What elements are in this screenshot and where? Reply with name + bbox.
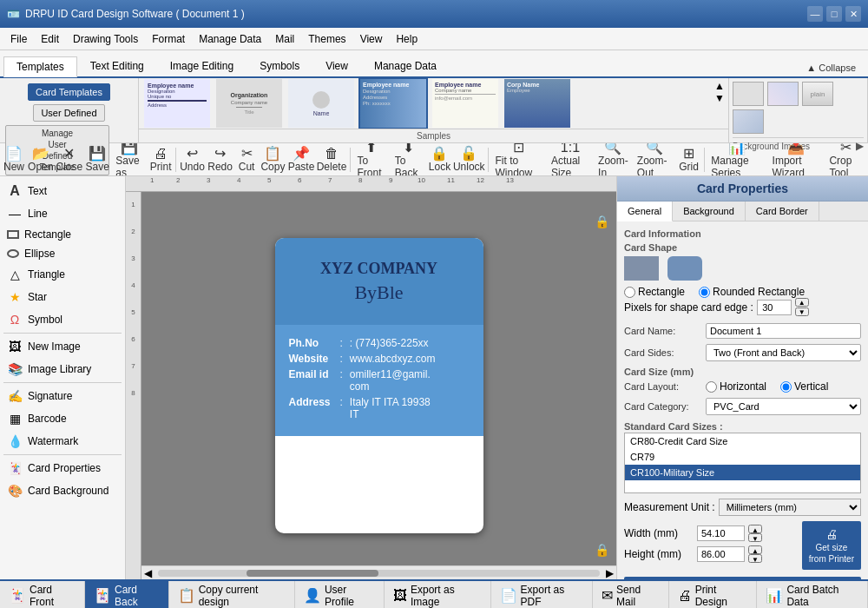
card-category-select[interactable]: PVC_Card Paper — [706, 398, 861, 415]
sample-item-6[interactable]: Corp Name Employee — [503, 78, 572, 129]
bottom-btn-export-pdf[interactable]: 📄 Export as PDF — [491, 581, 594, 608]
card-canvas[interactable]: XYZ COMPANY ByBle Ph.No : : (774)365-225… — [275, 238, 483, 533]
ribbon-tab-symbols[interactable]: Symbols — [247, 56, 312, 76]
toolbar-manage-series[interactable]: 📊Manage Series — [707, 143, 766, 176]
panel-tab-background[interactable]: Background — [673, 202, 746, 221]
toolbar-fit-window[interactable]: ⊡Fit to Window — [490, 143, 545, 176]
bottom-btn-user-profile[interactable]: 👤 User Profile — [295, 581, 385, 608]
toolbar-copy[interactable]: 📋Copy — [260, 144, 286, 175]
toolbar-crop-tool[interactable]: ✂Crop Tool — [825, 143, 866, 176]
layout-vertical[interactable]: Vertical — [780, 380, 828, 393]
measurement-select[interactable]: Millimeters (mm) Inches — [719, 499, 861, 516]
panel-item-line[interactable]: — Line — [0, 202, 125, 225]
panel-item-text[interactable]: A Text — [0, 180, 125, 202]
minimize-button[interactable]: — — [807, 6, 823, 22]
layout-horizontal[interactable]: Horizontal — [706, 380, 766, 393]
menu-mail[interactable]: Mail — [268, 31, 301, 47]
pixels-down[interactable]: ▼ — [795, 307, 809, 316]
ribbon-tab-view[interactable]: View — [312, 56, 361, 76]
toolbar-save-as[interactable]: 💾Save as — [111, 143, 148, 176]
toolbar-close[interactable]: ✕Close — [56, 144, 84, 175]
toolbar-to-back[interactable]: ⬇To Back — [391, 143, 426, 176]
bg-img-3[interactable]: plain — [802, 82, 833, 106]
toolbar-actual-size[interactable]: 1:1Actual Size — [547, 143, 594, 176]
menu-edit[interactable]: Edit — [34, 31, 66, 47]
panel-item-rectangle[interactable]: Rectangle — [0, 225, 125, 244]
bottom-btn-card-back[interactable]: 🃏 Card Back — [85, 581, 169, 608]
toolbar-delete[interactable]: 🗑Delete — [316, 144, 346, 175]
panel-tab-card-border[interactable]: Card Border — [746, 202, 819, 221]
menu-themes[interactable]: Themes — [301, 31, 352, 47]
panel-item-ellipse[interactable]: Ellipse — [0, 244, 125, 263]
pixels-up[interactable]: ▲ — [795, 298, 809, 307]
toolbar-paste[interactable]: 📌Paste — [287, 144, 316, 175]
toolbar-unlock[interactable]: 🔓Unlock — [453, 144, 485, 175]
canvas-content[interactable]: XYZ COMPANY ByBle Ph.No : : (774)365-225… — [141, 192, 616, 579]
menu-file[interactable]: File — [3, 31, 34, 47]
close-button[interactable]: ✕ — [845, 6, 861, 22]
menu-help[interactable]: Help — [389, 31, 424, 47]
cat-btn-user-defined[interactable]: User Defined — [33, 104, 104, 122]
panel-item-star[interactable]: ★ Star — [0, 286, 125, 308]
ribbon-tab-templates[interactable]: Templates — [3, 56, 77, 77]
toolbar-grid[interactable]: ⊞Grid — [677, 144, 701, 175]
bottom-btn-send-mail[interactable]: ✉ Send Mail — [593, 581, 669, 608]
std-size-cr100[interactable]: CR100-Military Size — [625, 465, 860, 480]
samples-scroll-down[interactable]: ▼ — [714, 92, 725, 104]
h-scrollbar[interactable]: ◀ ▶ — [141, 565, 616, 579]
sample-item-1[interactable]: Employee name Designation Unique no Addr… — [142, 78, 212, 129]
panel-tab-general[interactable]: General — [617, 202, 673, 221]
toolbar-print[interactable]: 🖨Print — [148, 144, 173, 175]
ribbon-tab-manage-data[interactable]: Manage Data — [361, 56, 450, 76]
width-down[interactable]: ▼ — [748, 533, 762, 542]
bg-img-1[interactable] — [733, 82, 764, 106]
toolbar-import-wizard[interactable]: 📥Import Wizard — [768, 143, 825, 176]
toolbar-lock[interactable]: 🔒Lock — [427, 144, 452, 175]
bottom-btn-export-image[interactable]: 🖼 Export as Image — [385, 581, 491, 608]
bottom-btn-copy-design[interactable]: 📋 Copy current design — [169, 581, 295, 608]
sample-item-3[interactable]: Name — [286, 78, 356, 129]
cat-btn-card-templates[interactable]: Card Templates — [28, 83, 110, 101]
std-sizes-list[interactable]: CR80-Credit Card Size CR79 CR100-Militar… — [624, 433, 861, 493]
panel-item-watermark[interactable]: 💧 Watermark — [0, 430, 125, 453]
toolbar-zoom-out[interactable]: 🔍Zoom-Out — [633, 143, 676, 176]
width-up[interactable]: ▲ — [748, 525, 762, 533]
menu-manage-data[interactable]: Manage Data — [192, 31, 268, 47]
panel-item-signature[interactable]: ✍ Signature — [0, 385, 125, 407]
radio-rounded-input[interactable] — [699, 287, 710, 298]
maximize-button[interactable]: □ — [826, 6, 842, 22]
bottom-btn-card-batch[interactable]: 📊 Card Batch Data — [757, 581, 868, 608]
samples-scroll-up[interactable]: ▲ — [714, 80, 725, 92]
height-down[interactable]: ▼ — [748, 554, 762, 563]
width-input[interactable] — [697, 525, 745, 541]
toolbar-to-front[interactable]: ⬆To Front — [352, 143, 389, 176]
scroll-right-btn[interactable]: ▶ — [603, 567, 616, 579]
pixels-input[interactable] — [757, 300, 792, 315]
shape-rounded-preview[interactable] — [667, 256, 702, 281]
menu-drawing-tools[interactable]: Drawing Tools — [66, 31, 145, 47]
scroll-left-btn[interactable]: ◀ — [141, 567, 155, 579]
bottom-btn-card-front[interactable]: 🃏 Card Front — [0, 581, 85, 608]
collapse-button[interactable]: ▲ Collapse — [798, 59, 865, 76]
toolbar-save[interactable]: 💾Save — [84, 144, 110, 175]
toolbar-open[interactable]: 📂Open — [27, 144, 55, 175]
sample-item-2[interactable]: Organization Company name Title — [214, 78, 284, 129]
radio-rectangle[interactable]: Rectangle — [624, 286, 685, 298]
panel-item-triangle[interactable]: △ Triangle — [0, 263, 125, 286]
panel-item-barcode[interactable]: ▦ Barcode — [0, 407, 125, 430]
height-up[interactable]: ▲ — [748, 545, 762, 554]
menu-view[interactable]: View — [353, 31, 390, 47]
get-size-from-printer-btn[interactable]: 🖨Get sizefrom Printer — [802, 521, 861, 570]
card-sides-select[interactable]: Two (Front and Back) One — [706, 344, 861, 361]
toolbar-redo[interactable]: ↪Redo — [207, 144, 233, 175]
std-size-cr80[interactable]: CR80-Credit Card Size — [625, 433, 860, 449]
height-input[interactable] — [697, 546, 745, 562]
bg-img-2[interactable] — [767, 82, 799, 106]
ribbon-tab-image-editing[interactable]: Image Editing — [157, 56, 247, 76]
layout-vertical-input[interactable] — [780, 381, 792, 393]
sample-item-5[interactable]: Employee name Company name info@email.co… — [431, 78, 500, 129]
std-size-cr79[interactable]: CR79 — [625, 449, 860, 465]
toolbar-zoom-in[interactable]: 🔍Zoom-In — [595, 143, 632, 176]
panel-item-new-image[interactable]: 🖼 New Image — [0, 335, 125, 358]
card-name-input[interactable] — [706, 323, 861, 339]
